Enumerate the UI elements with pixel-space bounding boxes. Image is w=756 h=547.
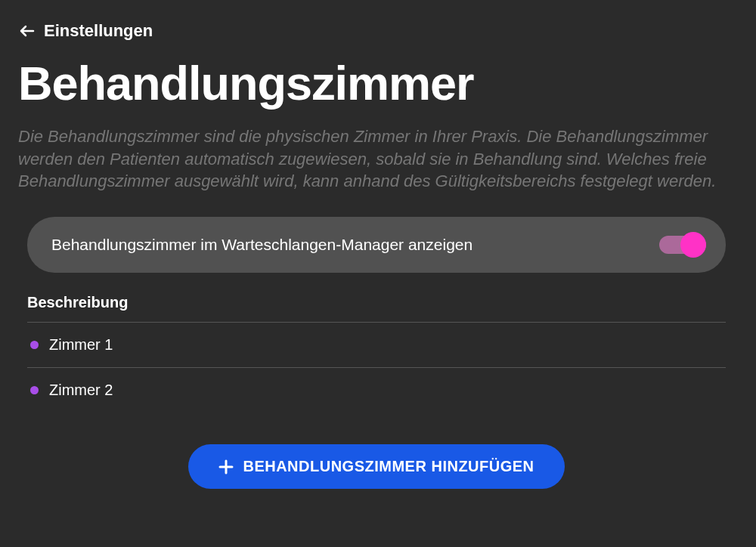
arrow-left-icon [18, 22, 36, 40]
table-header-label: Beschreibung [27, 294, 726, 323]
breadcrumb-back[interactable]: Einstellungen [18, 21, 735, 41]
status-dot-icon [30, 386, 39, 394]
breadcrumb-label: Einstellungen [44, 21, 153, 41]
rooms-table: Beschreibung Zimmer 1 Zimmer 2 [27, 294, 726, 413]
toggle-label: Behandlungszimmer im Warteschlangen-Mana… [51, 236, 472, 254]
add-room-button[interactable]: BEHANDLUNGSZIMMER HINZUFÜGEN [188, 444, 564, 489]
toggle-show-rooms-switch[interactable] [659, 232, 706, 258]
plus-icon [218, 459, 234, 474]
toggle-show-rooms-card: Behandlungszimmer im Warteschlangen-Mana… [27, 217, 726, 273]
room-name: Zimmer 1 [49, 336, 113, 354]
room-name: Zimmer 2 [49, 382, 113, 399]
add-button-label: BEHANDLUNGSZIMMER HINZUFÜGEN [243, 458, 534, 475]
table-row[interactable]: Zimmer 1 [27, 323, 726, 368]
page-description: Die Behandlungszimmer sind die physische… [18, 125, 735, 193]
table-row[interactable]: Zimmer 2 [27, 368, 726, 413]
status-dot-icon [30, 341, 39, 349]
page-title: Behandlungszimmer [18, 56, 735, 110]
toggle-thumb [680, 232, 706, 258]
